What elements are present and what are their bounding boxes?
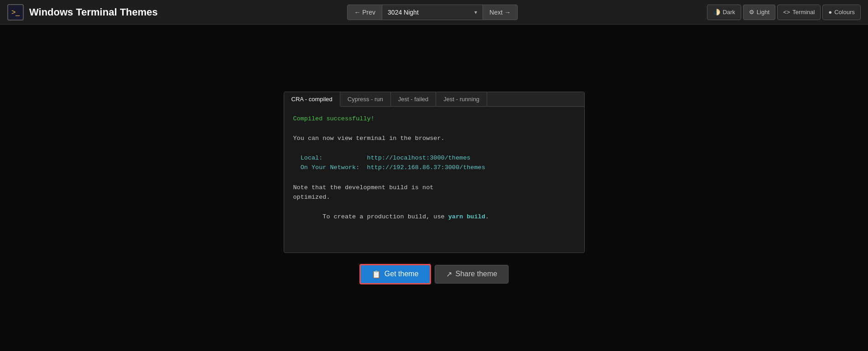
light-mode-icon: ⚙ <box>749 9 754 15</box>
empty-line-3 <box>293 173 575 183</box>
colours-mode-label: Colours <box>834 9 855 15</box>
main-content: CRA - compiled Cypress - run Jest - fail… <box>0 25 868 351</box>
get-theme-icon: 📋 <box>372 270 381 279</box>
yarn-build-command: yarn build <box>448 213 485 220</box>
terminal-mode-icon: <> <box>783 9 790 15</box>
dropdown-arrow-icon: ▾ <box>474 9 477 15</box>
view-mode-buttons: 🌓 Dark ⚙ Light <> Terminal ● Colours <box>707 5 861 20</box>
logo-area: >_ Windows Terminal Themes <box>7 4 158 21</box>
colours-mode-button[interactable]: ● Colours <box>822 5 861 20</box>
note-line-2: optimized. <box>293 192 575 202</box>
share-theme-icon: ↗ <box>446 270 452 279</box>
note-line-1: Note that the development build is not <box>293 183 575 193</box>
light-mode-button[interactable]: ⚙ Light <box>743 5 775 20</box>
share-theme-button[interactable]: ↗ Share theme <box>435 265 509 284</box>
terminal-mode-label: Terminal <box>792 9 815 15</box>
tab-cypress-run[interactable]: Cypress - run <box>340 92 391 106</box>
next-button[interactable]: Next → <box>483 5 518 20</box>
compiled-success-line: Compiled successfully! <box>293 114 575 124</box>
get-theme-label: Get theme <box>385 270 419 278</box>
terminal-tabs: CRA - compiled Cypress - run Jest - fail… <box>284 92 584 107</box>
action-buttons: 📋 Get theme ↗ Share theme <box>359 264 509 284</box>
theme-name: 3024 Night <box>388 9 471 16</box>
local-url-line: Local: http://localhost:3000/themes <box>293 153 575 163</box>
dark-mode-icon: 🌓 <box>713 9 720 15</box>
light-mode-label: Light <box>757 9 769 15</box>
terminal-window: CRA - compiled Cypress - run Jest - fail… <box>284 92 585 253</box>
empty-line-2 <box>293 143 575 153</box>
yarn-build-prefix: To create a production build, use <box>322 213 448 220</box>
empty-line-1 <box>293 124 575 134</box>
tab-cra-compiled[interactable]: CRA - compiled <box>284 92 340 107</box>
terminal-body: Compiled successfully! You can now view … <box>284 107 584 253</box>
network-url-line: On Your Network: http://192.168.86.37:30… <box>293 163 575 173</box>
share-theme-label: Share theme <box>456 270 498 278</box>
theme-navigation: ← Prev 3024 Night ▾ Next → <box>347 5 517 20</box>
tab-jest-failed[interactable]: Jest - failed <box>391 92 436 106</box>
app-header: >_ Windows Terminal Themes ← Prev 3024 N… <box>0 0 868 25</box>
yarn-build-line: To create a production build, use yarn b… <box>293 202 575 232</box>
app-title: Windows Terminal Themes <box>29 6 158 18</box>
terminal-mode-button[interactable]: <> Terminal <box>777 5 821 20</box>
get-theme-button[interactable]: 📋 Get theme <box>359 264 431 284</box>
view-browser-line: You can now view terminal in the browser… <box>293 134 575 144</box>
colours-mode-icon: ● <box>828 9 832 15</box>
prev-button[interactable]: ← Prev <box>347 5 382 20</box>
tab-jest-running[interactable]: Jest - running <box>436 92 487 106</box>
app-logo-icon: >_ <box>7 4 24 21</box>
dark-mode-label: Dark <box>722 9 735 15</box>
yarn-build-suffix: . <box>485 213 489 220</box>
dark-mode-button[interactable]: 🌓 Dark <box>707 5 741 20</box>
theme-selector[interactable]: 3024 Night ▾ <box>382 5 483 20</box>
